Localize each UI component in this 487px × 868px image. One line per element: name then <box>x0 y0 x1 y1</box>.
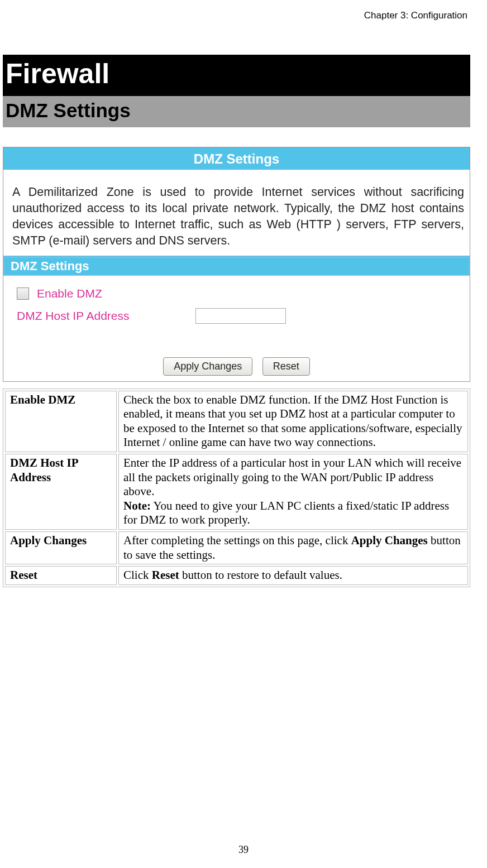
chapter-header: Chapter 3: Configuration <box>3 10 470 21</box>
term-apply-changes: Apply Changes <box>5 531 117 564</box>
panel-section-title: DMZ Settings <box>3 257 470 276</box>
reset-button[interactable]: Reset <box>262 357 310 376</box>
desc-reset: Click Reset button to restore to default… <box>118 566 468 585</box>
desc-bold: Reset <box>152 568 179 582</box>
title-firewall: Firewall <box>3 55 470 96</box>
desc-post: button to restore to default values. <box>179 568 342 582</box>
enable-dmz-row: Enable DMZ <box>17 287 464 300</box>
dmz-ip-row: DMZ Host IP Address <box>17 308 464 324</box>
table-row: DMZ Host IP Address Enter the IP address… <box>5 454 468 530</box>
desc-pre: After completing the settings on this pa… <box>123 534 351 547</box>
term-dmz-host-ip: DMZ Host IP Address <box>5 454 117 530</box>
note-text: You need to give your LAN PC clients a f… <box>123 499 449 527</box>
page-number: 39 <box>0 844 487 856</box>
desc-dmz-host-ip: Enter the IP address of a particular hos… <box>118 454 468 530</box>
note-label: Note: <box>123 499 151 512</box>
dmz-settings-screenshot: DMZ Settings A Demilitarized Zone is use… <box>3 147 470 382</box>
term-enable-dmz: Enable DMZ <box>5 391 117 452</box>
apply-changes-button[interactable]: Apply Changes <box>163 357 252 376</box>
table-row: Reset Click Reset button to restore to d… <box>5 566 468 585</box>
term-reset: Reset <box>5 566 117 585</box>
desc-enable-dmz: Check the box to enable DMZ function. If… <box>118 391 468 452</box>
panel-title: DMZ Settings <box>3 147 470 170</box>
dmz-ip-input[interactable] <box>195 308 286 324</box>
subtitle-dmz-settings: DMZ Settings <box>3 96 470 127</box>
button-row: Apply Changes Reset <box>3 341 470 381</box>
description-table: Enable DMZ Check the box to enable DMZ f… <box>3 389 470 587</box>
desc-text: Enter the IP address of a particular hos… <box>123 456 461 498</box>
enable-dmz-checkbox[interactable] <box>17 287 29 300</box>
desc-pre: Click <box>123 568 152 582</box>
enable-dmz-label: Enable DMZ <box>37 287 102 300</box>
table-row: Enable DMZ Check the box to enable DMZ f… <box>5 391 468 452</box>
panel-description: A Demilitarized Zone is used to provide … <box>3 170 470 257</box>
dmz-ip-label: DMZ Host IP Address <box>17 309 195 323</box>
desc-bold: Apply Changes <box>351 534 428 547</box>
table-row: Apply Changes After completing the setti… <box>5 531 468 564</box>
desc-apply-changes: After completing the settings on this pa… <box>118 531 468 564</box>
form-area: Enable DMZ DMZ Host IP Address <box>3 276 470 341</box>
